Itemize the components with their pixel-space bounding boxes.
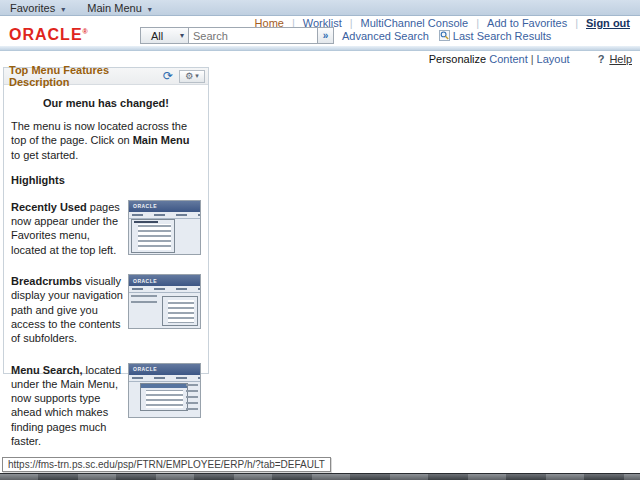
search-bar: All ▾ » Advanced Search Last Search Resu… xyxy=(140,27,551,44)
highlight-section-breadcrumbs: Breadcrumbs visually display your naviga… xyxy=(11,274,201,345)
help-group: ? Help xyxy=(598,53,632,65)
personalize-bar: Personalize Content | Layout ? Help xyxy=(429,53,632,65)
favorites-menu-label: Favorites xyxy=(10,2,55,14)
section-text: Recently Used pages now appear under the… xyxy=(11,200,123,257)
oracle-logo: ORACLE® xyxy=(9,26,89,44)
intro-paragraph: The menu is now located across the top o… xyxy=(11,119,201,162)
section-text: Menu Search, located under the Main Menu… xyxy=(11,363,123,449)
thumbnail-header: ORACLE xyxy=(129,275,200,286)
nav-link-sign-out[interactable]: Sign out xyxy=(586,17,630,29)
pagelet-title: Top Menu Features Description xyxy=(9,64,163,88)
thumbnail-typeahead-popup xyxy=(140,383,188,411)
refresh-icon[interactable]: ⟳ xyxy=(163,70,173,82)
main-menu-bold: Main Menu xyxy=(133,134,190,146)
thumbnail-header: ORACLE xyxy=(129,201,200,212)
main-menu[interactable]: Main Menu ▾ xyxy=(87,2,152,14)
pagelet-body: Our menu has changed! The menu is now lo… xyxy=(4,85,208,448)
top-menu-features-pagelet: Top Menu Features Description ⟳ ⚙ ▾ Our … xyxy=(3,67,209,374)
search-go-button[interactable]: » xyxy=(318,27,334,44)
thumbnail-breadcrumbs: ORACLE xyxy=(128,274,201,329)
thumbnail-subfolder-popup xyxy=(162,296,198,326)
thumbnail-menu-rows xyxy=(186,384,198,414)
highlights-heading: Highlights xyxy=(11,174,201,186)
thumbnail-menubar xyxy=(129,212,200,219)
highlight-section-recently-used: Recently Used pages now appear under the… xyxy=(11,200,201,257)
thumbnail-recently-used: ORACLE xyxy=(128,200,201,255)
search-results-icon xyxy=(439,30,450,41)
highlight-section-menu-search: Menu Search, located under the Main Menu… xyxy=(11,363,201,449)
search-scope-value: All xyxy=(151,30,163,42)
thumbnail-oracle-logo: ORACLE xyxy=(133,278,157,284)
last-search-results-link[interactable]: Last Search Results xyxy=(453,30,551,42)
section-text: Breadcrumbs visually display your naviga… xyxy=(11,274,123,345)
thumbnail-oracle-logo: ORACLE xyxy=(133,366,157,372)
gear-icon: ⚙ xyxy=(185,72,193,81)
thumbnail-folder-list xyxy=(131,295,157,307)
favorites-menu[interactable]: Favorites ▾ xyxy=(10,2,65,14)
thumbnail-body xyxy=(129,382,200,418)
thumbnail-body xyxy=(129,293,200,329)
header-divider xyxy=(0,46,640,51)
chevron-down-icon: ▾ xyxy=(195,72,199,80)
peoplesoft-home-page: Favorites ▾ Main Menu ▾ Home | Worklist … xyxy=(0,0,640,480)
chevron-down-icon: ▾ xyxy=(180,31,184,40)
personalize-layout-link[interactable]: Layout xyxy=(537,53,570,65)
thumbnail-header: ORACLE xyxy=(129,364,200,375)
advanced-search-link[interactable]: Advanced Search xyxy=(342,30,429,42)
thumbnail-breadcrumb-bar xyxy=(129,286,200,293)
gear-menu-button[interactable]: ⚙ ▾ xyxy=(179,70,205,83)
personalize-content-link[interactable]: Content xyxy=(489,53,528,65)
thumbnail-menubar xyxy=(129,375,200,382)
last-search-results-group: Last Search Results xyxy=(439,30,551,42)
help-link[interactable]: Help xyxy=(609,53,632,65)
main-menu-label: Main Menu xyxy=(87,2,141,14)
pagelet-header: Top Menu Features Description ⟳ ⚙ ▾ xyxy=(4,68,208,85)
search-input[interactable] xyxy=(188,27,318,44)
search-scope-select[interactable]: All ▾ xyxy=(140,27,188,44)
announcement-heading: Our menu has changed! xyxy=(11,97,201,109)
status-url-tooltip: https://fms-trn.ps.sc.edu/psp/FTRN/EMPLO… xyxy=(2,457,331,472)
top-menubar: Favorites ▾ Main Menu ▾ xyxy=(0,0,640,16)
separator: | xyxy=(575,17,578,29)
separator: | xyxy=(531,53,534,65)
thumbnail-oracle-logo: ORACLE xyxy=(133,203,157,209)
thumbnail-body xyxy=(129,219,200,255)
thumbnail-menu-search: ORACLE xyxy=(128,363,201,418)
chevron-down-icon: ▾ xyxy=(61,5,65,14)
personalize-label: Personalize xyxy=(429,53,486,65)
question-mark-icon: ? xyxy=(598,53,605,65)
thumbnail-favorites-dropdown xyxy=(131,219,175,253)
chevron-down-icon: ▾ xyxy=(148,5,152,14)
taskbar-strip xyxy=(0,473,640,480)
